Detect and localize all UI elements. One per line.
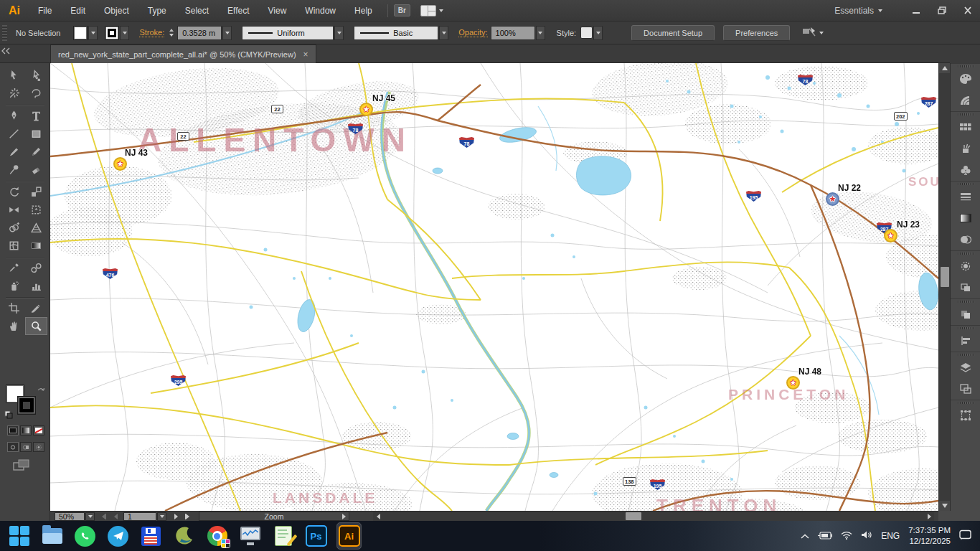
menu-file[interactable]: File [29, 0, 61, 22]
menu-edit[interactable]: Edit [61, 0, 95, 22]
status-flyout-icon[interactable] [342, 514, 346, 519]
document-setup-button[interactable]: Document Setup [631, 25, 715, 41]
direct-selection-tool[interactable] [25, 67, 47, 85]
zoom-level-value[interactable]: 50% [55, 512, 85, 521]
vertical-scroll-thumb[interactable] [941, 267, 949, 287]
volume-icon[interactable] [861, 529, 872, 542]
magic-wand-tool[interactable] [3, 85, 25, 103]
none-mode-button[interactable] [33, 425, 44, 435]
minimize-button[interactable] [904, 3, 928, 19]
gradient-panel-icon[interactable] [951, 207, 980, 229]
zoom-level-dropdown[interactable] [85, 512, 95, 521]
scale-tool[interactable] [25, 183, 47, 201]
hand-tool[interactable] [3, 317, 25, 335]
pathfinder-panel-icon[interactable] [951, 303, 980, 325]
tray-chevron-icon[interactable] [801, 529, 809, 542]
scroll-up-icon[interactable] [939, 63, 951, 73]
artboard-tool[interactable] [3, 299, 25, 317]
menu-object[interactable]: Object [95, 0, 138, 22]
style-dropdown[interactable] [593, 26, 603, 40]
artboard-dropdown[interactable] [157, 512, 166, 521]
scroll-right-icon[interactable] [924, 513, 934, 520]
stroke-weight-dropdown[interactable] [222, 26, 232, 40]
color-mode-button[interactable] [7, 425, 19, 435]
save-app-button[interactable] [139, 523, 163, 549]
fill-swatch[interactable] [73, 26, 88, 40]
opacity-dropdown[interactable] [536, 26, 545, 40]
menu-select[interactable]: Select [176, 0, 218, 22]
battery-icon[interactable] [818, 529, 832, 542]
paintbrush-tool[interactable] [3, 143, 25, 161]
first-artboard-button[interactable] [99, 513, 109, 520]
width-tool[interactable] [3, 201, 25, 219]
stroke-dropdown[interactable] [120, 26, 129, 40]
transform-panel-icon[interactable] [951, 405, 980, 426]
workspace-switcher[interactable]: Essentials [834, 6, 882, 16]
selection-tool[interactable] [3, 67, 25, 85]
color-panel-icon[interactable] [951, 68, 980, 90]
eraser-tool[interactable] [25, 161, 47, 179]
align-panel-icon[interactable] [951, 330, 980, 352]
opacity-value[interactable]: 100% [491, 26, 535, 40]
close-button[interactable] [956, 3, 980, 19]
photoshop-button[interactable]: Ps [304, 523, 328, 549]
panel-grip[interactable] [951, 111, 980, 116]
align-icon[interactable] [801, 27, 817, 39]
control-bar-grip[interactable] [2, 25, 7, 41]
zoom-tool[interactable] [25, 317, 47, 335]
stroke-panel-icon[interactable] [951, 186, 980, 207]
panel-grip[interactable] [951, 63, 980, 68]
shape-builder-tool[interactable] [3, 219, 25, 237]
chrome-button[interactable] [205, 523, 229, 549]
panel-grip[interactable] [951, 352, 980, 357]
system-monitor-button[interactable] [238, 523, 262, 549]
menu-effect[interactable]: Effect [218, 0, 258, 22]
opacity-label[interactable]: Opacity: [458, 28, 487, 37]
bridge-button[interactable]: Br [394, 4, 410, 17]
screen-mode-button[interactable] [13, 459, 30, 475]
color-guide-panel-icon[interactable] [951, 90, 980, 111]
panel-grip[interactable] [951, 181, 980, 186]
menu-type[interactable]: Type [138, 0, 176, 22]
document-tab[interactable]: red_new_york_state_part_complete_all.ai*… [50, 44, 316, 63]
align-dropdown-icon[interactable] [819, 32, 824, 34]
stroke-weight-label[interactable]: Stroke: [139, 28, 164, 37]
blend-tool[interactable] [25, 259, 47, 277]
layers-panel-icon[interactable] [951, 357, 980, 378]
gradient-mode-button[interactable] [20, 425, 32, 435]
notepad-plus-plus-button[interactable] [271, 523, 295, 549]
artboards-panel-icon[interactable] [951, 378, 980, 400]
variable-width-combo[interactable]: Uniform [242, 26, 334, 40]
tab-close-icon[interactable]: × [303, 50, 308, 59]
menu-help[interactable]: Help [345, 0, 382, 22]
notification-center-icon[interactable] [959, 529, 971, 543]
arrange-documents-dropdown-icon[interactable] [439, 9, 443, 12]
line-segment-tool[interactable] [3, 125, 25, 143]
preferences-button[interactable]: Preferences [723, 25, 790, 41]
arrange-documents-icon[interactable] [420, 5, 436, 17]
blob-brush-tool[interactable] [3, 161, 25, 179]
variable-width-dropdown[interactable] [334, 26, 344, 40]
draw-behind-button[interactable] [20, 442, 32, 452]
file-explorer-button[interactable] [40, 523, 64, 549]
panel-grip[interactable] [951, 250, 980, 255]
lasso-tool[interactable] [25, 85, 47, 103]
pen-tool[interactable] [3, 107, 25, 125]
horizontal-scrollbar[interactable] [373, 512, 934, 522]
restore-button[interactable] [930, 3, 954, 19]
collapse-tools-icon[interactable] [1, 47, 10, 56]
brushes-panel-icon[interactable] [951, 138, 980, 159]
type-tool[interactable] [25, 107, 47, 125]
fill-dropdown[interactable] [88, 26, 98, 40]
appearance-panel-icon[interactable] [951, 255, 980, 277]
stroke-swatch[interactable] [105, 26, 119, 40]
style-swatch[interactable] [580, 27, 593, 39]
document-canvas[interactable]: ALLENTOWN PRINCETON LANSDALE TRENTON SOU… [50, 63, 938, 511]
transparency-panel-icon[interactable] [951, 229, 980, 250]
clock[interactable]: 7:37:35 PM 12/12/2025 [908, 525, 951, 547]
stroke-weight-value[interactable]: 0.3528 m [177, 26, 222, 40]
symbol-sprayer-tool[interactable] [3, 277, 25, 295]
panel-grip[interactable] [951, 400, 980, 405]
whatsapp-button[interactable] [73, 523, 97, 549]
swatches-panel-icon[interactable] [951, 116, 980, 138]
